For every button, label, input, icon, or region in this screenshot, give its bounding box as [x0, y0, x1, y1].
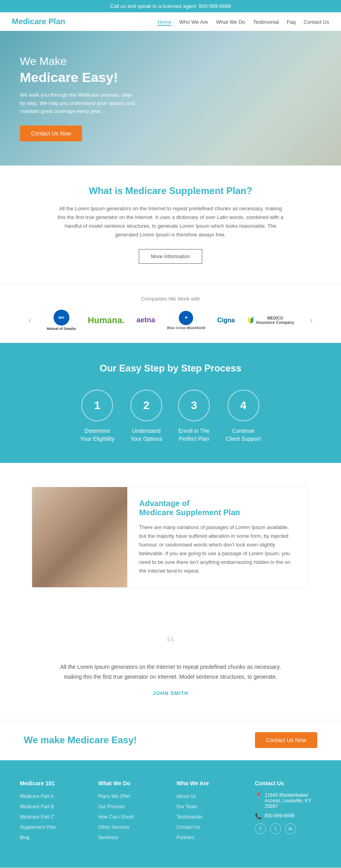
nav-link-home[interactable]: Home — [157, 19, 171, 26]
phone-icon: 📞 — [255, 813, 262, 819]
more-info-button[interactable]: More Information — [139, 249, 202, 264]
advantage-card: Advantage of Medicare Supplement Plan Th… — [32, 487, 309, 588]
partners-next-arrow[interactable]: › — [306, 316, 317, 325]
advantage-image — [32, 487, 127, 588]
hero-section: We Make Medicare Easy! We walk you throu… — [0, 31, 341, 166]
nav-item-home[interactable]: Home — [157, 18, 171, 25]
footer-link-other[interactable]: Other Services — [98, 823, 165, 830]
footer-address-text: 11640 Blankenbaker Access, Louisville, K… — [265, 792, 322, 809]
medico-icon: 🔰 — [247, 316, 255, 324]
footer-phone-text: 800-569-6699 — [265, 813, 295, 819]
footer-col-whoweare-heading: Who We Are — [176, 780, 243, 786]
partners-prev-arrow[interactable]: ‹ — [25, 316, 35, 325]
advantage-content: Advantage of Medicare Supplement Plan Th… — [127, 487, 309, 588]
footer-col-whatwedo-links: Plans We Offer Our Process How Can I Enr… — [98, 792, 165, 841]
footer-social: f t in — [255, 823, 322, 834]
footer-col-whatwedo-heading: What We Do — [98, 780, 165, 786]
partners-section: Companies We Work with ‹ MO Mutual of Om… — [0, 284, 341, 343]
footer-link-about[interactable]: About Us — [176, 792, 243, 799]
step-circle-4: 4 — [228, 390, 259, 421]
bcbs-symbol: ✚ — [185, 316, 188, 320]
footer-link-partners[interactable]: Partners — [176, 834, 243, 841]
step-circle-3: 3 — [178, 390, 210, 421]
step-label-3: Enroll in ThePerfect Plan — [178, 427, 209, 443]
what-is-body: All the Lorem Ipsum generators on the In… — [56, 204, 285, 239]
footer-link-seminars[interactable]: Seminars — [98, 834, 165, 841]
cta-heading-colored: Medicare Easy! — [67, 735, 137, 745]
partners-logos: ‹ MO Mutual of Omaha Humana. aetna ✚ Blu… — [8, 310, 333, 331]
step-circle-2: 2 — [130, 390, 162, 421]
step-1: 1 DetermineYour Eligibility — [80, 390, 115, 443]
partner-medico: 🔰 MEDICOInsurance Company — [247, 316, 294, 325]
nav-link-faq[interactable]: Faq — [287, 19, 295, 25]
partner-humana: Humana. — [88, 315, 125, 326]
nav-item-testimonial[interactable]: Testimonial — [253, 18, 279, 25]
step-3: 3 Enroll in ThePerfect Plan — [178, 390, 210, 443]
cta-heading-plain: We make — [24, 735, 67, 745]
footer-link-team[interactable]: Our Team — [176, 803, 243, 810]
bcbs-label: Blue Cross BlueShield — [167, 326, 205, 330]
footer-link-process[interactable]: Our Process — [98, 803, 165, 810]
main-nav: Home Who We Are What We Do Testimonial F… — [157, 18, 329, 25]
footer-link-part-c[interactable]: Medicare Part C — [20, 813, 86, 820]
what-is-heading-plain: What is — [89, 185, 125, 196]
nav-link-contact[interactable]: Contact Us — [304, 19, 329, 25]
advantage-heading: Advantage of Medicare Supplement Plan — [139, 499, 297, 517]
footer: Medicare 101 Medicare Part A Medicare Pa… — [0, 760, 341, 868]
hero-cta-button[interactable]: Contact Us Now — [20, 126, 82, 141]
footer-col-whoweare: Who We Are About Us Our Team Testimonial… — [176, 780, 243, 844]
footer-link-part-a[interactable]: Medicare Part A — [20, 792, 86, 799]
cta-button[interactable]: Contact Us Now — [255, 732, 317, 748]
steps-heading-bold: Easy Step by Step Process — [119, 363, 241, 373]
footer-col-whatwedo: What We Do Plans We Offer Our Process Ho… — [98, 780, 165, 844]
step-label-1: DetermineYour Eligibility — [80, 427, 115, 443]
partner-mutual-omaha: MO Mutual of Omaha — [47, 310, 76, 331]
advantage-heading-plain: Advantage of — [139, 499, 297, 508]
mutual-omaha-icon: MO — [54, 310, 69, 326]
testimonial-name: JOHN SMITH — [32, 690, 309, 696]
nav-link-what[interactable]: What We Do — [216, 19, 245, 25]
footer-link-contact[interactable]: Contact Us — [176, 823, 243, 830]
footer-col-contact: Contact Us 📍 11640 Blankenbaker Access, … — [255, 780, 322, 844]
footer-phone: 📞 800-569-6699 — [255, 813, 322, 819]
footer-link-plans[interactable]: Plans We Offer — [98, 792, 165, 799]
footer-link-part-b[interactable]: Medicare Part B — [20, 803, 86, 810]
steps-grid: 1 DetermineYour Eligibility 2 Understand… — [16, 390, 325, 443]
step-label-4: ContinueClient Support — [226, 427, 261, 443]
advantage-heading-colored: Medicare Supplement Plan — [139, 508, 297, 517]
top-bar: Call us and speak to a licensed agent: 8… — [0, 0, 341, 12]
nav-list: Home Who We Are What We Do Testimonial F… — [157, 18, 329, 25]
bcbs-icon: ✚ — [179, 311, 193, 325]
instagram-icon[interactable]: in — [285, 823, 296, 834]
footer-link-supplement[interactable]: Supplement Plan — [20, 823, 86, 830]
nav-item-faq[interactable]: Faq — [287, 18, 295, 25]
what-is-section: What is Medicare Supplement Plan? All th… — [0, 166, 341, 284]
cta-banner: We make Medicare Easy! Contact Us Now — [0, 720, 341, 760]
partners-title: Companies We Work with — [8, 296, 333, 302]
location-icon: 📍 — [255, 792, 262, 799]
steps-heading-plain: Our — [100, 363, 119, 373]
footer-col-medicare101: Medicare 101 Medicare Part A Medicare Pa… — [20, 780, 86, 844]
facebook-icon[interactable]: f — [255, 823, 266, 834]
testimonial-section: “ All the Lorem Ipsum generators on the … — [0, 611, 341, 720]
nav-link-testimonial[interactable]: Testimonial — [253, 19, 279, 25]
what-is-heading: What is Medicare Supplement Plan? — [32, 185, 309, 196]
footer-link-enroll[interactable]: How Can I Enroll — [98, 813, 165, 820]
nav-link-who[interactable]: Who We Are — [179, 19, 208, 25]
nav-item-who[interactable]: Who We Are — [179, 18, 208, 25]
footer-col-medicare101-links: Medicare Part A Medicare Part B Medicare… — [20, 792, 86, 841]
nav-item-what[interactable]: What We Do — [216, 18, 245, 25]
hero-content: We Make Medicare Easy! We walk you throu… — [0, 39, 159, 157]
header: Medicare Plan Home Who We Are What We Do… — [0, 12, 341, 31]
hero-description: We walk you through the Medicare process… — [20, 91, 139, 116]
footer-link-blog[interactable]: Blog — [20, 834, 86, 841]
nav-item-contact[interactable]: Contact Us — [304, 18, 329, 25]
footer-link-testimonials[interactable]: Testimonials — [176, 813, 243, 820]
logo: Medicare Plan — [12, 17, 65, 26]
footer-address: 📍 11640 Blankenbaker Access, Louisville,… — [255, 792, 322, 809]
partner-cigna: Cigna — [217, 317, 235, 324]
mutual-omaha-label: Mutual of Omaha — [47, 327, 76, 331]
twitter-icon[interactable]: t — [270, 823, 281, 834]
top-bar-text: Call us and speak to a licensed agent: 8… — [110, 3, 231, 9]
footer-grid: Medicare 101 Medicare Part A Medicare Pa… — [20, 780, 321, 844]
